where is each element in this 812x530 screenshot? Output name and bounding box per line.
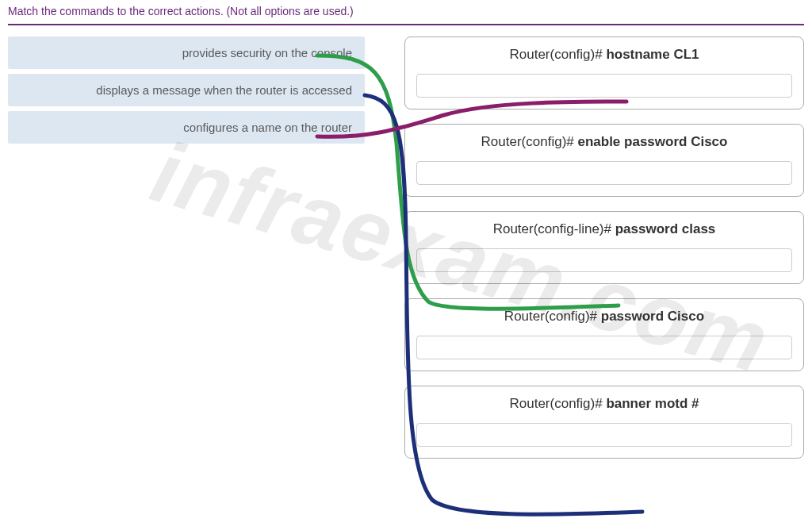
action-item[interactable]: configures a name on the router: [8, 111, 365, 144]
action-item[interactable]: displays a message when the router is ac…: [8, 74, 365, 106]
target-label: Router(config-line)# password class: [416, 221, 792, 237]
drop-zone[interactable]: [416, 248, 792, 272]
command-text: password class: [615, 221, 716, 236]
target-box: Router(config)# banner motd #: [404, 386, 804, 459]
drop-zone[interactable]: [416, 74, 792, 98]
command-text: hostname CL1: [606, 47, 699, 62]
command-prefix: Router(config)#: [509, 396, 606, 411]
target-box: Router(config)# password Cisco: [404, 298, 804, 371]
instruction-text: Match the commands to the correct action…: [0, 0, 812, 24]
command-text: enable password Cisco: [577, 134, 727, 149]
action-item[interactable]: provides security on the console: [8, 36, 365, 69]
command-text: banner motd #: [606, 396, 699, 411]
target-label: Router(config)# enable password Cisco: [416, 134, 792, 150]
targets-column: Router(config)# hostname CL1 Router(conf…: [404, 36, 804, 473]
drop-zone[interactable]: [416, 336, 792, 359]
drop-zone[interactable]: [416, 161, 792, 185]
command-text: password Cisco: [601, 309, 704, 324]
actions-column: provides security on the console display…: [8, 36, 365, 473]
target-label: Router(config)# password Cisco: [416, 309, 792, 325]
command-prefix: Router(config)#: [504, 309, 601, 324]
target-box: Router(config-line)# password class: [404, 211, 804, 284]
target-box: Router(config)# enable password Cisco: [404, 124, 804, 197]
target-box: Router(config)# hostname CL1: [404, 36, 804, 109]
command-prefix: Router(config-line)#: [493, 221, 615, 236]
divider: [8, 24, 804, 25]
target-label: Router(config)# hostname CL1: [416, 47, 792, 63]
drop-zone[interactable]: [416, 423, 792, 447]
command-prefix: Router(config)#: [481, 134, 578, 149]
command-prefix: Router(config)#: [509, 47, 606, 62]
target-label: Router(config)# banner motd #: [416, 396, 792, 412]
match-layout: provides security on the console display…: [0, 36, 812, 473]
